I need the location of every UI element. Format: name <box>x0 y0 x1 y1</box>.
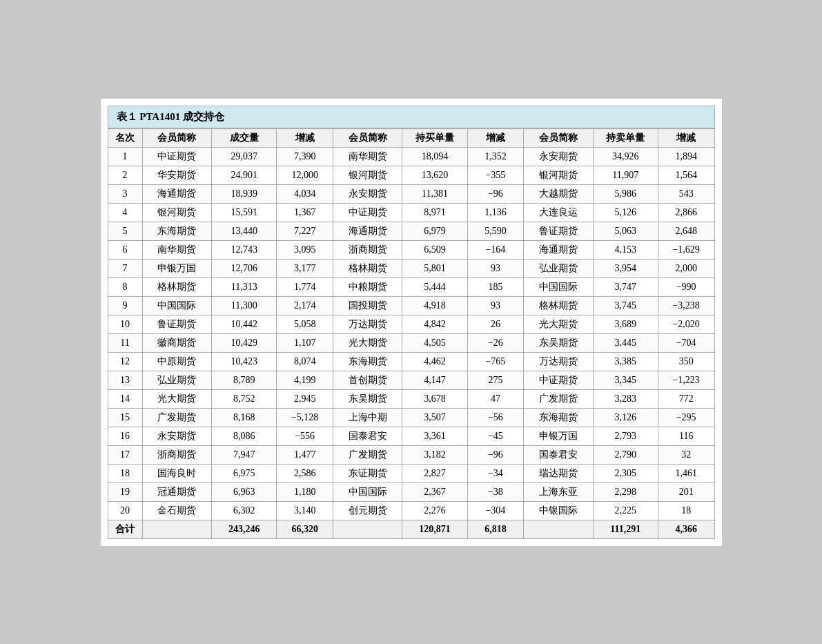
table-cell: 2,793 <box>593 427 658 445</box>
header-volume: 成交量 <box>212 128 277 147</box>
header-buy-chg: 增减 <box>467 128 524 147</box>
table-cell: 2,225 <box>593 501 658 520</box>
table-row: 12中原期货10,4238,074东海期货4,462−765万达期货3,3853… <box>108 352 714 371</box>
table-cell: 2,827 <box>402 464 467 482</box>
table-cell: 3,678 <box>402 389 467 408</box>
table-cell: 543 <box>658 184 714 203</box>
table-title: 表１ PTA1401 成交持仓 <box>108 106 715 128</box>
table-cell: 772 <box>658 389 714 408</box>
table-cell: 11 <box>108 333 142 352</box>
table-cell: 中证期货 <box>524 371 593 389</box>
table-row: 17浙商期货7,9471,477广发期货3,182−96国泰君安2,79032 <box>108 445 714 464</box>
table-row: 6南华期货12,7433,095浙商期货6,509−164海通期货4,153−1… <box>108 240 714 259</box>
footer-buy-member-empty <box>333 520 402 538</box>
table-cell: 1,136 <box>467 203 524 222</box>
table-cell: 6 <box>108 240 142 259</box>
table-cell: 1,894 <box>658 147 714 166</box>
table-cell: 1,180 <box>277 482 333 501</box>
table-cell: 18 <box>108 464 142 482</box>
table-cell: 国泰君安 <box>333 427 402 445</box>
table-cell: −56 <box>467 408 524 427</box>
table-cell: 17 <box>108 445 142 464</box>
table-cell: 4,505 <box>402 333 467 352</box>
footer-rank: 合计 <box>108 520 142 538</box>
table-cell: 徽商期货 <box>142 333 211 352</box>
table-cell: −2,020 <box>658 315 714 333</box>
table-cell: 15 <box>108 408 142 427</box>
table-cell: 6,302 <box>212 501 277 520</box>
table-cell: 6,963 <box>212 482 277 501</box>
table-cell: 11,300 <box>212 296 277 315</box>
table-cell: 东海期货 <box>524 408 593 427</box>
table-cell: 13,440 <box>212 222 277 240</box>
table-cell: 永安期货 <box>333 184 402 203</box>
table-cell: 1,107 <box>277 333 333 352</box>
table-cell: 国投期货 <box>333 296 402 315</box>
table-cell: 国海良时 <box>142 464 211 482</box>
table-cell: −556 <box>277 427 333 445</box>
table-cell: 4 <box>108 203 142 222</box>
footer-volume: 243,246 <box>212 520 277 538</box>
table-cell: 8,086 <box>212 427 277 445</box>
table-cell: 11,381 <box>402 184 467 203</box>
table-cell: −3,238 <box>658 296 714 315</box>
table-cell: 永安期货 <box>142 427 211 445</box>
table-cell: 4,462 <box>402 352 467 371</box>
table-cell: −704 <box>658 333 714 352</box>
table-cell: 93 <box>467 296 524 315</box>
table-cell: 8,074 <box>277 352 333 371</box>
table-cell: 大越期货 <box>524 184 593 203</box>
table-cell: 银河期货 <box>333 166 402 184</box>
table-cell: 11,313 <box>212 277 277 296</box>
table-cell: 2 <box>108 166 142 184</box>
table-cell: 3,182 <box>402 445 467 464</box>
table-cell: 上海东亚 <box>524 482 593 501</box>
table-cell: 上海中期 <box>333 408 402 427</box>
table-cell: 5,986 <box>593 184 658 203</box>
table-cell: 广发期货 <box>333 445 402 464</box>
table-cell: −1,223 <box>658 371 714 389</box>
table-cell: 东吴期货 <box>333 389 402 408</box>
table-cell: 万达期货 <box>524 352 593 371</box>
table-cell: 7,947 <box>212 445 277 464</box>
table-cell: 16 <box>108 427 142 445</box>
table-cell: 创元期货 <box>333 501 402 520</box>
table-row: 15广发期货8,168−5,128上海中期3,507−56东海期货3,126−2… <box>108 408 714 427</box>
table-cell: 光大期货 <box>333 333 402 352</box>
table-row: 11徽商期货10,4291,107光大期货4,505−26东吴期货3,445−7… <box>108 333 714 352</box>
table-cell: 4,153 <box>593 240 658 259</box>
table-cell: 1,477 <box>277 445 333 464</box>
table-cell: 5,126 <box>593 203 658 222</box>
table-cell: 116 <box>658 427 714 445</box>
table-row: 18国海良时6,9752,586东证期货2,827−34瑞达期货2,3051,4… <box>108 464 714 482</box>
table-cell: −5,128 <box>277 408 333 427</box>
table-cell: 6,975 <box>212 464 277 482</box>
table-cell: −295 <box>658 408 714 427</box>
table-cell: 中国国际 <box>333 482 402 501</box>
table-cell: −765 <box>467 352 524 371</box>
footer-buy-chg: 6,818 <box>467 520 524 538</box>
table-cell: 5,058 <box>277 315 333 333</box>
table-cell: 4,842 <box>402 315 467 333</box>
table-cell: 申银万国 <box>524 427 593 445</box>
table-cell: 广发期货 <box>524 389 593 408</box>
table-cell: 8,752 <box>212 389 277 408</box>
table-cell: 10 <box>108 315 142 333</box>
table-cell: 18,939 <box>212 184 277 203</box>
table-cell: 弘业期货 <box>142 371 211 389</box>
footer-vol-chg: 66,320 <box>277 520 333 538</box>
table-cell: −38 <box>467 482 524 501</box>
table-cell: 18,094 <box>402 147 467 166</box>
table-cell: −1,629 <box>658 240 714 259</box>
table-row: 2华安期货24,90112,000银河期货13,620−355银河期货11,90… <box>108 166 714 184</box>
footer-sell-qty: 111,291 <box>593 520 658 538</box>
table-cell: −304 <box>467 501 524 520</box>
table-cell: 中国国际 <box>524 277 593 296</box>
table-cell: 3,689 <box>593 315 658 333</box>
table-cell: 8 <box>108 277 142 296</box>
table-cell: 银河期货 <box>142 203 211 222</box>
table-cell: 浙商期货 <box>142 445 211 464</box>
table-cell: 20 <box>108 501 142 520</box>
table-cell: −164 <box>467 240 524 259</box>
table-cell: 广发期货 <box>142 408 211 427</box>
